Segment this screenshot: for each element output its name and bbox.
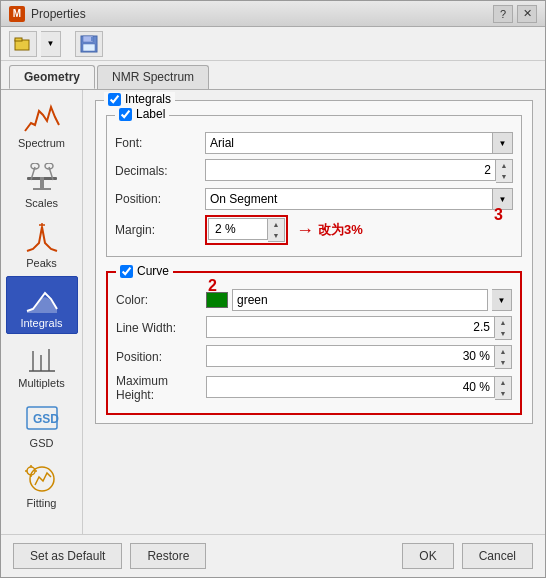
curve-checkbox[interactable]	[120, 265, 133, 278]
margin-down[interactable]: ▼	[268, 230, 284, 241]
right-arrow-icon: →	[296, 220, 314, 241]
maxheight-down[interactable]: ▼	[495, 388, 511, 399]
maxheight-input[interactable]	[206, 376, 495, 398]
linewidth-spinner: ▲ ▼	[206, 316, 512, 340]
integrals-icon	[22, 281, 62, 317]
sidebar-label-fitting: Fitting	[27, 497, 57, 509]
sidebar-label-integrals: Integrals	[20, 317, 62, 329]
save-button[interactable]	[75, 31, 103, 57]
svg-rect-1	[15, 38, 22, 41]
svg-text:GSD: GSD	[33, 412, 59, 426]
maxheight-row: Maximum Height: ▲ ▼	[116, 374, 512, 402]
sidebar-item-multiplets[interactable]: Multiplets	[6, 336, 78, 394]
decimals-up[interactable]: ▲	[496, 160, 512, 171]
cancel-button[interactable]: Cancel	[462, 543, 533, 569]
tab-geometry[interactable]: Geometry	[9, 65, 95, 89]
sidebar-label-multiplets: Multiplets	[18, 377, 64, 389]
maxheight-label: Maximum Height:	[116, 374, 206, 402]
curve-position-row: Position: ▲ ▼	[116, 345, 512, 369]
curve-subgroup: Curve 2 Color:	[106, 271, 522, 415]
maxheight-up[interactable]: ▲	[495, 377, 511, 388]
sidebar-item-integrals[interactable]: Integrals	[6, 276, 78, 334]
fitting-icon	[22, 461, 62, 497]
decimals-spinner: ▲ ▼	[205, 159, 513, 183]
close-button[interactable]: ✕	[517, 5, 537, 23]
margin-annotation-text: 改为3%	[318, 221, 363, 239]
margin-spin-buttons: ▲ ▼	[268, 218, 285, 242]
color-dropdown-arrow[interactable]: ▼	[492, 289, 512, 311]
curve-position-input[interactable]	[206, 345, 495, 367]
decimals-down[interactable]: ▼	[496, 171, 512, 182]
margin-input-box: ▲ ▼	[205, 215, 288, 245]
position-row: Position: On Segment Above Below ▼	[115, 188, 513, 210]
linewidth-row: Line Width: ▲ ▼	[116, 316, 512, 340]
font-label: Font:	[115, 136, 205, 150]
margin-row: Margin: ▲ ▼	[115, 215, 513, 245]
sidebar-label-spectrum: Spectrum	[18, 137, 65, 149]
toolbar: ▼	[1, 27, 545, 61]
linewidth-up[interactable]: ▲	[495, 317, 511, 328]
curve-subgroup-title: Curve	[137, 264, 169, 278]
sidebar-item-peaks[interactable]: Peaks	[6, 216, 78, 274]
color-select[interactable]: green red blue black	[232, 289, 488, 311]
linewidth-spin-buttons: ▲ ▼	[495, 316, 512, 340]
tab-nmr-spectrum[interactable]: NMR Spectrum	[97, 65, 209, 89]
footer-left: Set as Default Restore	[13, 543, 206, 569]
margin-annotation: → 改为3%	[296, 220, 363, 241]
maxheight-spinner: ▲ ▼	[206, 376, 512, 400]
font-select[interactable]: Arial	[205, 132, 493, 154]
window-controls: ? ✕	[493, 5, 537, 23]
set-as-default-button[interactable]: Set as Default	[13, 543, 122, 569]
position-dropdown: On Segment Above Below ▼	[205, 188, 513, 210]
integrals-checkbox[interactable]	[108, 93, 121, 106]
curve-position-spin-buttons: ▲ ▼	[495, 345, 512, 369]
margin-up[interactable]: ▲	[268, 219, 284, 230]
help-button[interactable]: ?	[493, 5, 513, 23]
app-icon: M	[9, 6, 25, 22]
linewidth-label: Line Width:	[116, 321, 206, 335]
integrals-group-box: Integrals Label Font:	[95, 100, 533, 424]
sidebar-item-gsd[interactable]: GSD GSD	[6, 396, 78, 454]
integrals-group-legend: Integrals	[104, 92, 175, 106]
multiplets-icon	[22, 341, 62, 377]
label-subgroup-legend: Label	[115, 107, 169, 121]
label-checkbox[interactable]	[119, 108, 132, 121]
curve-subgroup-legend: Curve	[116, 264, 173, 278]
color-dropdown: green red blue black ▼	[206, 289, 512, 311]
font-dropdown-arrow[interactable]: ▼	[493, 132, 513, 154]
linewidth-input[interactable]	[206, 316, 495, 338]
curve-position-label: Position:	[116, 350, 206, 364]
restore-button[interactable]: Restore	[130, 543, 206, 569]
window-title: Properties	[31, 7, 493, 21]
open-button[interactable]	[9, 31, 37, 57]
content-panel: Integrals Label Font:	[83, 90, 545, 534]
footer: Set as Default Restore OK Cancel	[1, 534, 545, 577]
ok-button[interactable]: OK	[402, 543, 453, 569]
sidebar-label-peaks: Peaks	[26, 257, 57, 269]
margin-input[interactable]	[208, 218, 268, 240]
svg-rect-4	[83, 44, 95, 51]
open-dropdown[interactable]: ▼	[41, 31, 61, 57]
decimals-input[interactable]	[205, 159, 496, 181]
label-subgroup-title: Label	[136, 107, 165, 121]
sidebar-label-gsd: GSD	[30, 437, 54, 449]
position-select[interactable]: On Segment Above Below	[205, 188, 493, 210]
annotation-2: 2	[208, 277, 217, 294]
curve-position-down[interactable]: ▼	[495, 357, 511, 368]
curve-position-spinner: ▲ ▼	[206, 345, 512, 369]
sidebar: Spectrum Scales	[1, 90, 83, 534]
curve-position-up[interactable]: ▲	[495, 346, 511, 357]
tabs-bar: Geometry NMR Spectrum	[1, 61, 545, 90]
font-dropdown: Arial ▼	[205, 132, 513, 154]
main-content: Spectrum Scales	[1, 90, 545, 534]
sidebar-item-fitting[interactable]: Fitting	[6, 456, 78, 514]
decimals-row: Decimals: ▲ ▼	[115, 159, 513, 183]
linewidth-down[interactable]: ▼	[495, 328, 511, 339]
sidebar-item-scales[interactable]: Scales	[6, 156, 78, 214]
position-label: Position:	[115, 192, 205, 206]
decimals-label: Decimals:	[115, 164, 205, 178]
sidebar-item-spectrum[interactable]: Spectrum	[6, 96, 78, 154]
title-bar: M Properties ? ✕	[1, 1, 545, 27]
font-row: Font: Arial ▼	[115, 132, 513, 154]
maxheight-spin-buttons: ▲ ▼	[495, 376, 512, 400]
